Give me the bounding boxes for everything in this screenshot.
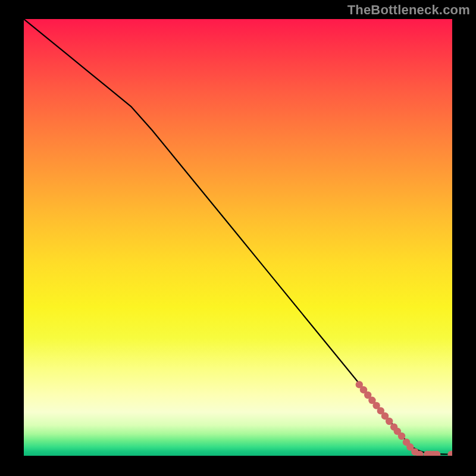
marker-dot [386,418,393,425]
bottleneck-curve [24,19,452,455]
plot-overlay [24,19,452,456]
chart-root: TheBottleneck.com [0,0,476,476]
marker-dot [447,450,452,456]
marker-dot [398,433,405,440]
plot-area [24,19,452,456]
highlight-markers [356,381,452,456]
attribution-text: TheBottleneck.com [347,2,470,18]
